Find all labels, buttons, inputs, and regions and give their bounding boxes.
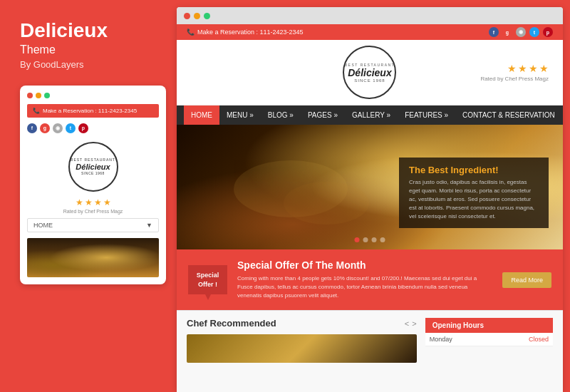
header-right: ★ ★ ★ ★ Rated by Chef Press Magz — [430, 63, 549, 82]
bottom-section: Chef Recommended < > Opening Hours Monda… — [177, 310, 563, 392]
hero-dot-1[interactable] — [355, 237, 360, 242]
topbar-reservation: Make a Reservation : 111-2423-2345 — [197, 29, 304, 36]
social-google-icon[interactable]: g — [40, 123, 50, 133]
right-main-panel: 📞 Make a Reservation : 111-2423-2345 f g… — [177, 7, 563, 392]
nav-item-home[interactable]: HOME — [184, 105, 219, 125]
nav-item-contact[interactable]: CONTACT & RESERVATION — [455, 105, 562, 125]
mobile-rated-text: Rated by Chef Press Magz — [27, 209, 159, 214]
svg-point-1 — [284, 182, 369, 225]
mobile-social-icons: f g ◉ t p — [27, 122, 159, 136]
topbar-facebook-icon[interactable]: f — [489, 27, 499, 37]
hero-dots — [355, 237, 385, 242]
site-logo-circle: BEST RESTAURANT Délicieux SINCE 1968 — [343, 46, 396, 99]
nav-item-gallery[interactable]: GALLERY » — [345, 105, 398, 125]
mobile-logo-arc-bottom: SINCE 1968 — [81, 171, 105, 175]
special-offer-title: Special Offer Of The Month — [237, 259, 492, 271]
read-more-button[interactable]: Read More — [502, 272, 551, 288]
site-topbar: 📞 Make a Reservation : 111-2423-2345 f g… — [177, 24, 563, 40]
chef-recommended-section: Chef Recommended < > — [187, 318, 417, 385]
topbar-pinterest-icon[interactable]: p — [543, 27, 553, 37]
site-logo-brand: Délicieux — [348, 67, 391, 78]
mobile-phone-icon: 📞 — [33, 108, 40, 114]
chef-nav-prev[interactable]: < — [405, 319, 409, 328]
social-twitter-icon[interactable]: t — [66, 123, 76, 133]
theme-title: Delicieux — [20, 20, 162, 42]
chef-section-nav: < > — [405, 319, 417, 328]
mobile-nav-arrow: ▼ — [146, 222, 152, 229]
mobile-logo-area: BEST RESTAURANT Délicieux SINCE 1968 — [27, 142, 159, 192]
chef-nav-next[interactable]: > — [412, 319, 416, 328]
header-star-4: ★ — [539, 63, 549, 74]
hero-overlay: The Best Ingredient! Cras justo odio, da… — [399, 158, 549, 228]
site-header: BEST RESTAURANT Délicieux SINCE 1968 ★ ★… — [177, 40, 563, 105]
mobile-dot-red — [27, 93, 33, 98]
social-pinterest-icon[interactable]: p — [78, 123, 88, 133]
nav-item-menu[interactable]: MENU » — [219, 105, 261, 125]
browser-dot-maximize[interactable] — [204, 13, 210, 19]
browser-dot-minimize[interactable] — [194, 13, 200, 19]
theme-by: By GoodLayers — [20, 59, 162, 70]
header-star-3: ★ — [529, 63, 538, 74]
special-offer-tag: Special Offer ! — [188, 265, 227, 294]
mobile-nav-home: HOME — [33, 222, 53, 229]
hero-dot-4[interactable] — [380, 237, 385, 242]
mobile-dot-green — [44, 93, 50, 98]
mobile-window-dots — [27, 93, 159, 98]
social-flickr-icon[interactable]: ◉ — [53, 123, 63, 133]
topbar-phone-icon: 📞 — [187, 29, 195, 36]
hero-title: The Best Ingredient! — [409, 165, 539, 175]
hero-dot-3[interactable] — [372, 237, 377, 242]
topbar-google-icon[interactable]: g — [502, 27, 512, 37]
special-tag-line1: Special — [197, 272, 219, 279]
social-facebook-icon[interactable]: f — [27, 123, 37, 133]
nav-item-pages[interactable]: PAGES » — [301, 105, 345, 125]
topbar-left: 📞 Make a Reservation : 111-2423-2345 — [187, 29, 304, 36]
special-offer-content: Special Offer Of The Month Coming with m… — [237, 259, 492, 300]
browser-titlebar — [177, 7, 563, 24]
nav-item-features[interactable]: FEATURES » — [398, 105, 455, 125]
chef-food-placeholder — [187, 334, 417, 363]
opening-hours-row: Monday Closed — [425, 333, 553, 346]
browser-dot-close[interactable] — [184, 13, 190, 19]
header-stars: ★ ★ ★ ★ — [507, 63, 549, 74]
hero-section: The Best Ingredient! Cras justo odio, da… — [177, 125, 563, 249]
star-3: ★ — [94, 197, 102, 207]
mobile-logo-circle: BEST RESTAURANT Délicieux SINCE 1968 — [68, 142, 118, 192]
mobile-stars: ★ ★ ★ ★ — [27, 197, 159, 207]
mobile-food-image-bg — [27, 238, 159, 277]
header-rated: Rated by Chef Press Magz — [480, 76, 549, 82]
hero-text: Cras justo odio, dapibus ac facilisis in… — [409, 178, 539, 221]
nav-item-blog[interactable]: BLOG » — [261, 105, 301, 125]
header-star-1: ★ — [507, 63, 517, 74]
mobile-logo-arc-top: BEST RESTAURANT — [71, 158, 115, 162]
opening-hours-section: Opening Hours Monday Closed — [425, 318, 553, 385]
topbar-right: f g ◉ t p — [489, 27, 553, 37]
theme-subtitle: Theme — [20, 43, 162, 56]
special-offer-section: Special Offer ! Special Offer Of The Mon… — [177, 249, 563, 310]
site-logo-area: BEST RESTAURANT Délicieux SINCE 1968 — [310, 46, 429, 99]
left-panel: Delicieux Theme By GoodLayers 📞 Make a R… — [0, 0, 177, 392]
topbar-flickr-icon[interactable]: ◉ — [516, 27, 526, 37]
mobile-logo-brand: Délicieux — [76, 163, 110, 171]
special-tag-line2: Offer ! — [198, 281, 217, 288]
mobile-topbar: 📞 Make a Reservation : 111-2423-2345 — [27, 104, 159, 118]
special-offer-text: Coming with more than 4 people gets 10% … — [237, 274, 492, 300]
mobile-dot-yellow — [36, 93, 41, 98]
mobile-nav-bar[interactable]: HOME ▼ — [27, 218, 159, 232]
star-4: ★ — [103, 197, 111, 207]
mobile-reservation-text: Make a Reservation : 111-2423-2345 — [43, 108, 137, 114]
opening-status: Closed — [529, 336, 549, 343]
opening-day: Monday — [430, 336, 452, 343]
chef-section-header: Chef Recommended < > — [187, 318, 417, 329]
site-nav: HOME MENU » BLOG » PAGES » GALLERY » FEA… — [177, 105, 563, 125]
header-star-2: ★ — [518, 63, 527, 74]
chef-section-title: Chef Recommended — [187, 318, 276, 329]
site-logo-arc-bottom: SINCE 1968 — [354, 78, 385, 83]
topbar-twitter-icon[interactable]: t — [529, 27, 539, 37]
mobile-preview-card: 📞 Make a Reservation : 111-2423-2345 f g… — [20, 86, 166, 284]
hero-decoration — [184, 132, 398, 246]
hero-dot-2[interactable] — [363, 237, 368, 242]
mobile-food-image — [27, 238, 159, 277]
star-1: ★ — [76, 197, 83, 207]
star-2: ★ — [85, 197, 93, 207]
